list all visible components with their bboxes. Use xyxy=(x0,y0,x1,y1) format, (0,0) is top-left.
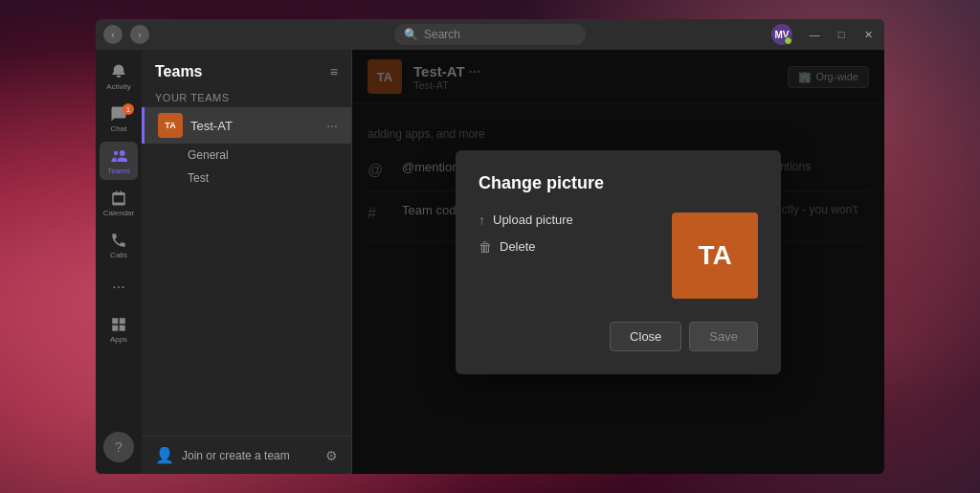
teams-header: Teams ≡ xyxy=(142,50,351,88)
title-bar-left: ‹ › xyxy=(96,25,157,44)
sidebar-item-calendar-label: Calendar xyxy=(103,209,134,217)
sidebar-item-activity[interactable]: Activity xyxy=(100,57,138,96)
team-item-more-icon[interactable]: ··· xyxy=(326,118,338,133)
sidebar-item-apps[interactable]: Apps xyxy=(100,310,138,348)
calls-icon xyxy=(110,232,127,249)
avatar[interactable]: MV xyxy=(771,24,792,45)
sidebar-item-activity-label: Activity xyxy=(106,82,130,91)
sidebar-item-calendar[interactable]: Calendar xyxy=(100,184,138,222)
maximize-button[interactable]: □ xyxy=(829,25,854,44)
delete-icon: 🗑 xyxy=(479,239,492,255)
teams-panel: Teams ≡ Your teams TA Test-AT ··· Genera… xyxy=(142,50,352,474)
modal-actions: ↑ Upload picture 🗑 Delete xyxy=(479,213,649,255)
person-add-icon: 👤 xyxy=(155,446,174,464)
modal-close-button[interactable]: Close xyxy=(610,322,681,351)
upload-icon: ↑ xyxy=(479,213,485,228)
apps-icon xyxy=(110,316,127,333)
upload-picture-button[interactable]: ↑ Upload picture xyxy=(479,213,649,228)
your-teams-label: Your teams xyxy=(142,88,351,107)
nav-forward-button[interactable]: › xyxy=(130,25,149,44)
close-button[interactable]: ✕ xyxy=(856,25,880,44)
filter-icon[interactable]: ≡ xyxy=(330,64,338,79)
modal-save-button[interactable]: Save xyxy=(689,322,758,351)
nav-back-button[interactable]: ‹ xyxy=(103,25,122,44)
sidebar-item-more[interactable]: ··· xyxy=(100,268,138,306)
sidebar-item-apps-label: Apps xyxy=(110,335,127,344)
main-content: Activity 1 Chat Teams Calendar xyxy=(96,50,884,474)
channel-general[interactable]: General xyxy=(142,144,351,167)
sidebar-item-calls[interactable]: Calls xyxy=(100,226,138,264)
modal-overlay: Change picture ↑ Upload picture 🗑 Delete xyxy=(352,50,884,474)
sidebar-item-calls-label: Calls xyxy=(110,251,127,259)
search-bar[interactable]: 🔍 Search xyxy=(394,24,586,45)
right-content: TA Test-AT ··· Test-AT 🏢 Org-wide adding… xyxy=(352,50,884,474)
sidebar-item-teams[interactable]: Teams xyxy=(100,142,138,180)
delete-label: Delete xyxy=(500,239,536,254)
modal-title: Change picture xyxy=(479,173,758,193)
modal-footer: Close Save xyxy=(479,322,758,351)
help-icon: ? xyxy=(103,432,134,462)
calendar-icon xyxy=(110,190,127,207)
upload-picture-label: Upload picture xyxy=(493,213,573,227)
sidebar-icons: Activity 1 Chat Teams Calendar xyxy=(96,50,142,474)
sidebar-item-chat-label: Chat xyxy=(111,124,127,133)
channel-test[interactable]: Test xyxy=(142,167,351,190)
sidebar-item-help[interactable]: ? xyxy=(100,428,138,466)
change-picture-modal: Change picture ↑ Upload picture 🗑 Delete xyxy=(456,150,781,374)
bell-icon xyxy=(110,63,127,80)
modal-body: ↑ Upload picture 🗑 Delete TA xyxy=(479,213,758,299)
title-bar-right: MV — □ ✕ xyxy=(771,24,884,45)
more-icon: ··· xyxy=(112,279,124,296)
teams-icon xyxy=(110,147,127,165)
sidebar-item-teams-label: Teams xyxy=(107,167,130,175)
app-window: ‹ › 🔍 Search MV — □ ✕ Activity xyxy=(96,19,884,474)
chat-badge: 1 xyxy=(122,103,134,115)
minimize-button[interactable]: — xyxy=(802,25,827,44)
team-item-name: Test-AT xyxy=(190,119,319,133)
sidebar-item-chat[interactable]: 1 Chat xyxy=(100,100,138,138)
team-item-avatar: TA xyxy=(158,113,183,138)
join-create-text[interactable]: Join or create a team xyxy=(182,449,318,462)
search-placeholder: Search xyxy=(424,28,460,41)
title-bar: ‹ › 🔍 Search MV — □ ✕ xyxy=(96,19,884,50)
panel-settings-icon[interactable]: ⚙ xyxy=(325,448,338,463)
modal-preview-avatar: TA xyxy=(672,213,758,299)
search-icon: 🔍 xyxy=(404,28,418,41)
team-item-test-at[interactable]: TA Test-AT ··· xyxy=(142,107,351,144)
delete-picture-button[interactable]: 🗑 Delete xyxy=(479,239,649,255)
teams-bottom: 👤 Join or create a team ⚙ xyxy=(142,436,351,474)
teams-panel-title: Teams xyxy=(155,63,203,80)
